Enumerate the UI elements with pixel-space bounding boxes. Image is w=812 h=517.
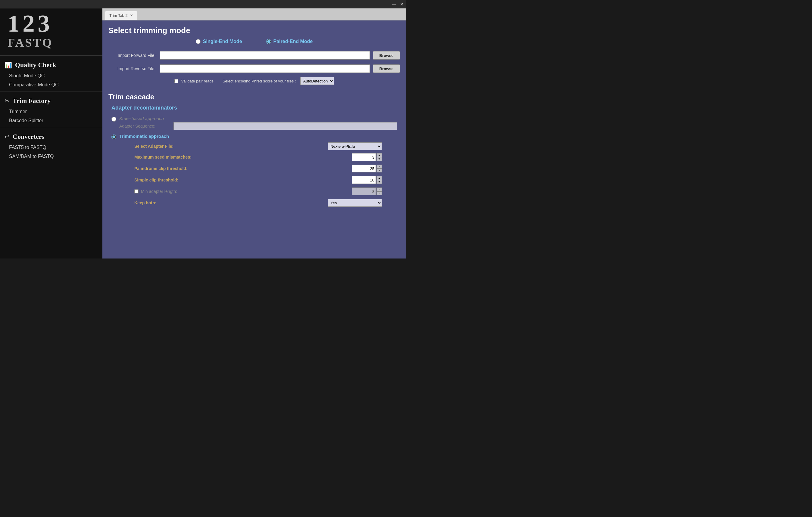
palindrome-clip-row: Palindrome clip threshold: ▲ ▼ (134, 163, 382, 174)
adapter-file-select[interactable]: Nextera-PE.fa (328, 142, 382, 150)
adapter-decontaminators-title: Adapter decontaminators (103, 103, 406, 114)
simple-clip-down[interactable]: ▼ (376, 180, 382, 184)
single-end-mode-option[interactable]: Single-End Mode (196, 39, 242, 44)
sidebar-section-converters[interactable]: ↩ Converters (0, 129, 103, 143)
sidebar-item-sam-bam-to-fastq[interactable]: SAM/BAM to FASTQ (0, 152, 103, 161)
single-end-radio[interactable] (196, 39, 201, 44)
adapter-sequence-label: Adapter Sequence: (119, 124, 173, 128)
min-adapter-length-spinner: ▲ ▼ (376, 187, 382, 195)
reverse-file-row: Import Reverse File : Browse (103, 62, 406, 75)
convert-icon: ↩ (4, 133, 10, 140)
quality-check-title: Quality Check (15, 61, 56, 69)
palindrome-clip-down[interactable]: ▼ (376, 169, 382, 173)
max-seed-mismatches-up[interactable]: ▲ (376, 153, 382, 157)
content-panel: Select trimming mode Single-End Mode Pai… (103, 21, 406, 258)
trimmomatic-settings: Select Adapter File: Nextera-PE.fa Maxim… (119, 139, 397, 211)
tab-bar: Trim Tab 2 ✕ (103, 8, 406, 21)
kmer-approach-radio[interactable] (111, 117, 116, 122)
simple-clip-label: Simple clip threshold: (134, 178, 352, 182)
adapter-sequence-input[interactable] (173, 122, 397, 130)
sidebar-item-single-mode-qc[interactable]: Single-Mode QC (0, 71, 103, 80)
forward-file-input[interactable] (160, 51, 370, 60)
tab-label: Trim Tab 2 (109, 13, 128, 18)
sidebar-item-trimmer[interactable]: Trimmer (0, 107, 103, 116)
close-button[interactable]: ✕ (400, 2, 404, 7)
logo-area: 1 2 3 FASTQ (0, 8, 103, 54)
trim-factory-title: Trim Factory (13, 97, 51, 105)
keep-both-row: Keep both: Yes (134, 197, 382, 209)
trimmomatic-approach-label: Trimmomatic approach (119, 133, 397, 139)
sidebar-divider-1 (0, 55, 103, 56)
keep-both-label: Keep both: (134, 201, 328, 205)
simple-clip-up[interactable]: ▲ (376, 176, 382, 180)
simple-clip-row: Simple clip threshold: ▲ ▼ (134, 174, 382, 186)
select-adapter-file-label: Select Adapter File: (134, 144, 328, 149)
logo-fastq: FASTQ (4, 35, 98, 52)
phred-score-select[interactable]: AutoDetection (300, 77, 334, 85)
sidebar-item-fast5-to-fastq[interactable]: FAST5 to FASTQ (0, 143, 103, 152)
converters-title: Converters (13, 133, 44, 141)
kmer-approach-row: Kmer-based approach Adapter Sequence: (103, 114, 406, 132)
palindrome-clip-label: Palindrome clip threshold: (134, 166, 352, 171)
keep-both-select[interactable]: Yes (328, 199, 382, 207)
logo-num1: 1 (7, 11, 20, 35)
paired-end-mode-label: Paired-End Mode (273, 39, 313, 44)
adapter-file-row: Select Adapter File: Nextera-PE.fa (134, 141, 382, 151)
phred-score-label: Select encoding Phred score of your file… (223, 79, 296, 83)
import-forward-file-label: Import Forward File : (109, 53, 156, 58)
trimmomatic-approach-row: Trimmomatic approach Select Adapter File… (103, 132, 406, 213)
trim-cascade-title: Trim cascade (103, 89, 406, 103)
min-adapter-length-down: ▼ (376, 191, 382, 195)
min-adapter-length-up: ▲ (376, 187, 382, 191)
main-content: Trim Tab 2 ✕ Select trimming mode Single… (103, 8, 406, 258)
tab-trim-tab-2[interactable]: Trim Tab 2 ✕ (105, 11, 137, 20)
browse-forward-button[interactable]: Browse (373, 51, 400, 60)
logo-num3: 3 (38, 11, 50, 35)
reverse-file-input[interactable] (160, 64, 370, 73)
max-seed-mismatches-down[interactable]: ▼ (376, 157, 382, 161)
max-seed-mismatches-label: Maximum seed mismatches: (134, 155, 352, 159)
tab-close-button[interactable]: ✕ (130, 13, 133, 18)
select-trimming-mode-title: Select trimming mode (103, 21, 406, 39)
simple-clip-input[interactable] (352, 176, 376, 184)
paired-end-radio[interactable] (266, 39, 271, 44)
sidebar: 1 2 3 FASTQ 📊 Quality Check Single-Mode … (0, 8, 103, 258)
scissors-icon: ✂ (4, 97, 10, 104)
mode-selection: Single-End Mode Paired-End Mode (103, 39, 406, 49)
palindrome-clip-input[interactable] (352, 164, 376, 173)
sidebar-divider-3 (0, 127, 103, 127)
browse-reverse-button[interactable]: Browse (373, 64, 400, 73)
sidebar-section-trim-factory[interactable]: ✂ Trim Factory (0, 93, 103, 107)
palindrome-clip-up[interactable]: ▲ (376, 164, 382, 169)
validate-pair-reads-label: Validate pair reads (181, 79, 213, 83)
trimmomatic-approach-radio[interactable] (111, 134, 116, 139)
minimize-button[interactable]: — (392, 2, 396, 7)
kmer-approach-content: Kmer-based approach Adapter Sequence: (119, 116, 397, 130)
single-end-mode-label: Single-End Mode (203, 39, 242, 44)
chart-icon: 📊 (4, 61, 12, 69)
sidebar-section-quality-check[interactable]: 📊 Quality Check (0, 58, 103, 71)
simple-clip-spinner: ▲ ▼ (376, 176, 382, 184)
palindrome-clip-spinner: ▲ ▼ (376, 164, 382, 173)
sidebar-item-barcode-splitter[interactable]: Barcode Splitter (0, 116, 103, 125)
validate-row: Validate pair reads Select encoding Phre… (103, 75, 406, 89)
adapter-sequence-row: Adapter Sequence: (119, 122, 397, 130)
title-bar: — ✕ (0, 0, 406, 8)
trimmomatic-approach-content: Trimmomatic approach Select Adapter File… (119, 133, 397, 211)
validate-pair-reads-checkbox[interactable] (174, 79, 178, 83)
import-reverse-file-label: Import Reverse File : (109, 66, 156, 71)
forward-file-row: Import Forward File : Browse (103, 49, 406, 62)
min-adapter-length-input (352, 187, 376, 195)
logo-numbers: 1 2 3 (4, 11, 98, 35)
min-adapter-length-checkbox[interactable] (134, 189, 139, 193)
sidebar-item-comparative-mode-qc[interactable]: Comparative-Mode QC (0, 80, 103, 89)
max-seed-mismatches-input[interactable] (352, 153, 376, 161)
logo-num2: 2 (23, 11, 35, 35)
kmer-approach-label: Kmer-based approach (119, 116, 397, 121)
max-seed-mismatches-spinner: ▲ ▼ (376, 153, 382, 161)
min-adapter-length-label: Min adapter length: (141, 189, 177, 194)
min-adapter-length-row: Min adapter length: ▲ ▼ (134, 186, 382, 197)
paired-end-mode-option[interactable]: Paired-End Mode (266, 39, 313, 44)
max-seed-mismatches-row: Maximum seed mismatches: ▲ ▼ (134, 151, 382, 163)
